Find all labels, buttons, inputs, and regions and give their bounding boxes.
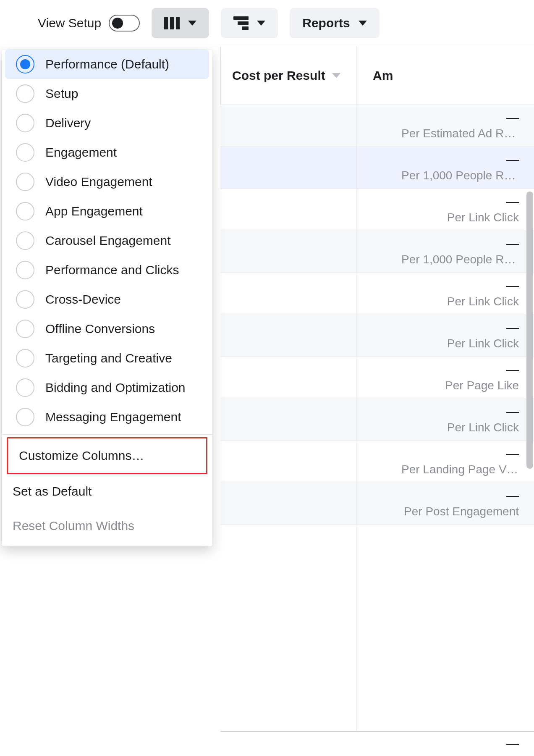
column-preset-option[interactable]: Delivery <box>5 108 209 138</box>
column-preset-option[interactable]: Performance (Default) <box>5 50 209 79</box>
cell-subtext: Per Estimated Ad Re… <box>401 126 519 141</box>
cell-value: — <box>506 447 519 460</box>
table-row[interactable]: —Per Post Engagement <box>220 483 534 525</box>
cell-value: — <box>506 405 519 418</box>
cell-subtext: Per 1,000 People Re… <box>401 168 519 183</box>
option-label: Performance and Clicks <box>45 263 179 277</box>
cell-value: — <box>506 279 519 292</box>
columns-icon <box>164 17 180 29</box>
table-row[interactable]: —Per Page Like <box>220 357 534 399</box>
view-setup-label: View Setup <box>38 16 101 30</box>
column-divider <box>356 46 356 756</box>
cell-subtext: Per Post Engagement <box>404 504 519 519</box>
vertical-scrollbar[interactable] <box>526 192 533 469</box>
table-total-row: — <box>220 731 534 756</box>
column-preset-option[interactable]: Targeting and Creative <box>5 344 209 373</box>
option-label: Offline Conversions <box>45 322 155 336</box>
option-label: Video Engagement <box>45 175 152 189</box>
cell-subtext: Per Link Click <box>447 210 519 225</box>
table-row[interactable]: —Per 1,000 People Re… <box>220 147 534 189</box>
radio-icon <box>16 320 34 338</box>
column-header-amount-spent[interactable]: Am <box>356 68 393 83</box>
table-row[interactable]: —Per 1,000 People Re… <box>220 231 534 273</box>
toolbar: View Setup Reports <box>0 0 534 46</box>
cell-subtext: Per 1,000 People Re… <box>401 252 519 267</box>
cell-value: — <box>506 153 519 166</box>
radio-icon <box>16 290 34 309</box>
view-setup-toggle[interactable] <box>109 15 140 32</box>
toggle-knob <box>112 18 123 29</box>
radio-icon <box>16 114 34 132</box>
option-label: Bidding and Optimization <box>45 381 186 395</box>
table-header-row: Cost per Result Am <box>220 46 534 105</box>
table-row[interactable]: —Per Link Click <box>220 273 534 315</box>
radio-icon <box>16 261 34 279</box>
table-row[interactable]: —Per Landing Page Vi… <box>220 441 534 483</box>
cell-subtext: Per Link Click <box>447 420 519 435</box>
cell-value: — <box>506 111 519 124</box>
option-label: Engagement <box>45 145 117 160</box>
option-label: Cross-Device <box>45 292 121 307</box>
cell-value: — <box>506 321 519 334</box>
breakdown-button[interactable] <box>221 8 278 38</box>
column-preset-option[interactable]: Bidding and Optimization <box>5 373 209 402</box>
total-value: — <box>506 738 519 750</box>
radio-icon <box>16 202 34 220</box>
column-preset-option[interactable]: Video Engagement <box>5 167 209 197</box>
chevron-down-icon <box>188 21 196 26</box>
reset-column-widths-action: Reset Column Widths <box>2 509 212 543</box>
table-row[interactable]: —Per Link Click <box>220 189 534 231</box>
cell-subtext: Per Page Like <box>445 378 519 393</box>
table-row[interactable]: —Per Link Click <box>220 315 534 357</box>
column-preset-option[interactable]: Engagement <box>5 138 209 167</box>
menu-divider <box>2 434 212 435</box>
column-header-cost-per-result[interactable]: Cost per Result <box>220 68 356 83</box>
column-preset-option[interactable]: App Engagement <box>5 197 209 226</box>
option-label: Carousel Engagement <box>45 234 171 248</box>
option-label: Setup <box>45 87 78 101</box>
radio-icon <box>16 231 34 250</box>
columns-preset-dropdown: Performance (Default)SetupDeliveryEngage… <box>2 50 212 546</box>
radio-icon <box>16 173 34 191</box>
customize-columns-highlight: Customize Columns… <box>7 437 207 474</box>
cell-subtext: Per Link Click <box>447 336 519 351</box>
column-preset-option[interactable]: Offline Conversions <box>5 314 209 344</box>
table-row[interactable]: —Per Link Click <box>220 399 534 441</box>
cell-value: — <box>506 363 519 376</box>
breakdown-icon <box>233 16 249 30</box>
radio-icon <box>16 84 34 103</box>
reports-label: Reports <box>302 16 350 30</box>
option-label: App Engagement <box>45 204 143 218</box>
table-body: —Per Estimated Ad Re…—Per 1,000 People R… <box>220 105 534 756</box>
option-label: Messaging Engagement <box>45 410 181 424</box>
cell-value: — <box>506 195 519 208</box>
set-as-default-action[interactable]: Set as Default <box>2 474 212 509</box>
reports-button[interactable]: Reports <box>290 8 379 38</box>
customize-columns-action[interactable]: Customize Columns… <box>8 438 206 473</box>
radio-icon <box>16 378 34 397</box>
column-preset-option[interactable]: Performance and Clicks <box>5 255 209 285</box>
option-label: Performance (Default) <box>45 57 169 71</box>
cell-subtext: Per Link Click <box>447 294 519 309</box>
column-preset-option[interactable]: Setup <box>5 79 209 108</box>
option-label: Delivery <box>45 116 91 130</box>
table-row[interactable]: —Per Estimated Ad Re… <box>220 105 534 147</box>
chevron-down-icon <box>359 21 367 26</box>
column-preset-option[interactable]: Cross-Device <box>5 285 209 314</box>
sort-caret-icon <box>332 73 340 78</box>
view-setup-toggle-group: View Setup <box>38 15 140 32</box>
radio-icon <box>16 349 34 368</box>
cell-value: — <box>506 237 519 250</box>
column-preset-option[interactable]: Carousel Engagement <box>5 226 209 255</box>
radio-icon <box>16 408 34 426</box>
columns-button[interactable] <box>152 8 209 38</box>
radio-icon <box>16 143 34 162</box>
column-preset-option[interactable]: Messaging Engagement <box>5 402 209 432</box>
radio-icon <box>16 55 34 74</box>
chevron-down-icon <box>257 21 265 26</box>
cell-value: — <box>506 489 519 502</box>
option-label: Targeting and Creative <box>45 351 172 365</box>
cell-subtext: Per Landing Page Vi… <box>401 462 519 477</box>
